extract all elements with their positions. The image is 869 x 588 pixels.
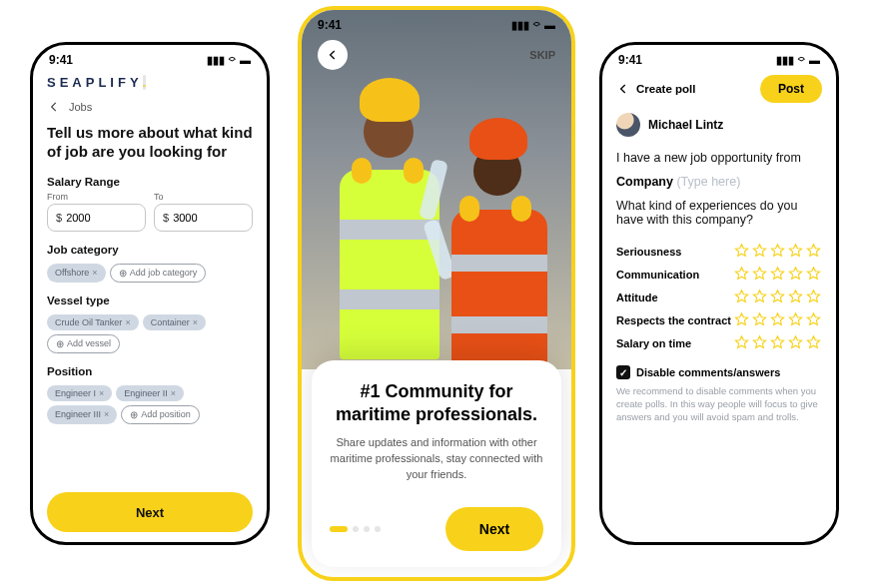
star-icon[interactable]	[787, 243, 804, 260]
disable-comments-checkbox[interactable]: ✓	[616, 365, 630, 379]
rating-stars[interactable]	[733, 334, 822, 351]
salary-from-input[interactable]: $ 2000	[47, 204, 146, 232]
star-icon[interactable]	[751, 266, 768, 283]
avatar	[616, 113, 640, 137]
salary-to-input[interactable]: $ 3000	[154, 204, 253, 232]
star-icon[interactable]	[787, 289, 804, 305]
post-button[interactable]: Post	[760, 75, 822, 103]
chip-position[interactable]: Engineer I×	[47, 385, 112, 401]
salary-to-label: To	[154, 192, 253, 202]
star-icon[interactable]	[805, 289, 822, 305]
status-time: 9:41	[618, 53, 642, 67]
rating-label: Respects the contract	[616, 314, 731, 326]
poll-text-line: I have a new job opportunity from	[616, 151, 822, 165]
star-icon[interactable]	[805, 243, 822, 260]
skip-button[interactable]: SKIP	[529, 49, 555, 61]
onboarding-subtitle: Share updates and information with other…	[330, 435, 543, 483]
chip-vessel[interactable]: Container×	[143, 314, 206, 330]
salary-from-label: From	[47, 192, 146, 202]
close-icon[interactable]: ×	[104, 409, 109, 419]
page-indicator	[330, 526, 381, 532]
chip-position[interactable]: Engineer III×	[47, 405, 117, 424]
status-time: 9:41	[318, 18, 342, 32]
rating-label: Attitude	[616, 292, 658, 303]
chip-position[interactable]: Engineer II×	[116, 385, 184, 401]
add-category-button[interactable]: ⊕Add job category	[110, 264, 207, 283]
star-icon[interactable]	[751, 311, 768, 328]
close-icon[interactable]: ×	[193, 317, 198, 327]
brand-logo: SEAPLIFY.	[47, 75, 253, 90]
phone-jobs-filter: 9:41 ▮▮▮ ⌔ ▬ SEAPLIFY. Jobs Tell us more…	[30, 42, 270, 545]
plus-icon: ⊕	[130, 409, 138, 420]
rating-stars[interactable]	[733, 289, 822, 305]
rating-row: Salary on time	[616, 334, 822, 351]
status-bar: 9:41 ▮▮▮ ⌔ ▬	[602, 45, 836, 71]
star-icon[interactable]	[751, 243, 768, 260]
currency-icon: $	[56, 212, 62, 224]
star-icon[interactable]	[733, 311, 750, 328]
back-arrow-icon	[326, 48, 340, 62]
close-icon[interactable]: ×	[125, 317, 130, 327]
chip-vessel[interactable]: Crude Oil Tanker×	[47, 314, 139, 330]
phone-onboarding: 9:41 ▮▮▮ ⌔ ▬ SKIP #1 Community for marit…	[298, 6, 575, 581]
salary-from-value: 2000	[66, 212, 90, 224]
star-icon[interactable]	[751, 289, 768, 305]
status-icons: ▮▮▮ ⌔ ▬	[207, 54, 251, 67]
back-arrow-icon	[616, 82, 630, 96]
close-icon[interactable]: ×	[99, 388, 104, 398]
signal-icon: ▮▮▮	[511, 19, 529, 32]
hero-worker	[430, 70, 559, 369]
chip-category[interactable]: Offshore×	[47, 264, 106, 283]
back-arrow-icon	[47, 100, 61, 114]
star-icon[interactable]	[769, 266, 786, 283]
page-dot	[353, 526, 359, 532]
author-name: Michael Lintz	[648, 118, 723, 132]
star-icon[interactable]	[769, 311, 786, 328]
category-chips: Offshore× ⊕Add job category	[47, 264, 253, 283]
status-bar: 9:41 ▮▮▮ ⌔ ▬	[302, 10, 571, 36]
star-icon[interactable]	[787, 311, 804, 328]
star-icon[interactable]	[751, 334, 768, 351]
back-label: Create poll	[636, 83, 695, 95]
onboarding-card: #1 Community for maritime professionals.…	[312, 360, 561, 567]
status-icons: ▮▮▮ ⌔ ▬	[776, 54, 820, 67]
page-dot	[330, 526, 348, 532]
star-icon[interactable]	[769, 289, 786, 305]
star-icon[interactable]	[769, 243, 786, 260]
star-icon[interactable]	[733, 289, 750, 305]
back-nav[interactable]: Create poll	[616, 82, 695, 96]
star-icon[interactable]	[787, 266, 804, 283]
add-vessel-button[interactable]: ⊕Add vessel	[47, 334, 120, 353]
close-icon[interactable]: ×	[92, 268, 97, 278]
star-icon[interactable]	[787, 334, 804, 351]
disable-comments-label: Disable comments/answers	[636, 366, 780, 378]
close-icon[interactable]: ×	[171, 388, 176, 398]
plus-icon: ⊕	[119, 268, 127, 279]
star-icon[interactable]	[805, 266, 822, 283]
star-icon[interactable]	[733, 334, 750, 351]
star-icon[interactable]	[805, 334, 822, 351]
back-button[interactable]	[318, 40, 348, 70]
rating-row: Respects the contract	[616, 311, 822, 328]
next-button[interactable]: Next	[47, 492, 253, 532]
rating-label: Salary on time	[616, 337, 691, 349]
page-dot	[364, 526, 370, 532]
category-section-label: Job category	[47, 244, 253, 256]
add-position-button[interactable]: ⊕Add position	[121, 405, 200, 424]
rating-stars[interactable]	[733, 266, 822, 283]
help-text: We recommend to disable comments when yo…	[616, 385, 822, 423]
phone-create-poll: 9:41 ▮▮▮ ⌔ ▬ Create poll Post Michael Li…	[599, 42, 839, 545]
wifi-icon: ⌔	[229, 54, 236, 66]
position-chips: Engineer I× Engineer II× Engineer III× ⊕…	[47, 385, 253, 424]
star-icon[interactable]	[769, 334, 786, 351]
rating-stars[interactable]	[733, 311, 822, 328]
back-nav[interactable]: Jobs	[47, 100, 253, 114]
star-icon[interactable]	[805, 311, 822, 328]
rating-stars[interactable]	[733, 243, 822, 260]
battery-icon: ▬	[240, 54, 251, 66]
company-field[interactable]: Company (Type here)	[616, 175, 822, 189]
vessel-chips: Crude Oil Tanker× Container× ⊕Add vessel	[47, 314, 253, 353]
next-button[interactable]: Next	[445, 507, 543, 551]
star-icon[interactable]	[733, 243, 750, 260]
star-icon[interactable]	[733, 266, 750, 283]
